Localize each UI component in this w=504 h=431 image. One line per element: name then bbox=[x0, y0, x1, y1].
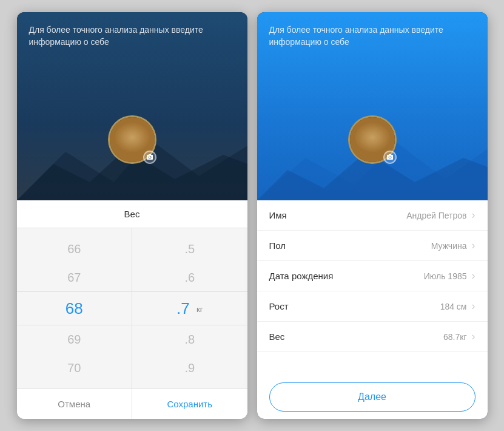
decimal-picker-col[interactable]: .5 .6 .7 кг .8 .9 bbox=[132, 228, 247, 389]
cancel-button[interactable]: Отмена bbox=[17, 389, 133, 419]
camera-badge[interactable] bbox=[143, 151, 156, 164]
gender-label: Пол bbox=[269, 240, 431, 251]
picker-title: Вес bbox=[17, 200, 247, 228]
name-chevron-icon: › bbox=[472, 209, 475, 222]
form-row-gender[interactable]: Пол Мужчина › bbox=[257, 231, 488, 261]
height-chevron-icon: › bbox=[472, 300, 475, 313]
save-button[interactable]: Сохранить bbox=[132, 389, 247, 419]
profile-form: Имя Андрей Петров › Пол Мужчина › Дата р… bbox=[257, 200, 488, 419]
dob-value: Июль 1985 bbox=[424, 271, 467, 281]
picker-dec-0[interactable]: .5 bbox=[132, 235, 247, 263]
weight-label: Вес bbox=[269, 331, 444, 342]
profile-form-sheet: Имя Андрей Петров › Пол Мужчина › Дата р… bbox=[257, 200, 488, 419]
picker-int-selected[interactable]: 68 bbox=[17, 292, 132, 325]
form-row-weight[interactable]: Вес 68.7кг › bbox=[257, 322, 488, 352]
picker-dec-4[interactable]: .9 bbox=[132, 354, 247, 382]
left-header: Для более точного анализа данных введите… bbox=[17, 12, 247, 200]
height-label: Рост bbox=[269, 301, 440, 311]
main-container: Для более точного анализа данных введите… bbox=[0, 0, 504, 431]
picker-int-4[interactable]: 70 bbox=[17, 354, 132, 382]
dob-label: Дата рождения bbox=[269, 271, 424, 281]
left-header-text: Для более точного анализа данных введите… bbox=[29, 24, 235, 48]
gender-chevron-icon: › bbox=[472, 239, 475, 252]
picker-area[interactable]: 66 67 68 69 70 .5 .6 .7 кг .8 .9 bbox=[17, 228, 247, 389]
left-phone-screen: Для более точного анализа данных введите… bbox=[17, 12, 247, 419]
form-row-name[interactable]: Имя Андрей Петров › bbox=[257, 200, 488, 231]
svg-point-5 bbox=[389, 156, 391, 158]
picker-int-3[interactable]: 69 bbox=[17, 325, 132, 354]
picker-dec-selected[interactable]: .7 кг bbox=[132, 292, 247, 325]
name-label: Имя bbox=[269, 210, 407, 220]
picker-dec-1[interactable]: .6 bbox=[132, 263, 247, 292]
right-phone-screen: Для более точного анализа данных введите… bbox=[257, 12, 488, 419]
gender-value: Мужчина bbox=[431, 241, 467, 251]
integer-picker-col[interactable]: 66 67 68 69 70 bbox=[17, 228, 133, 389]
right-avatar-container[interactable] bbox=[348, 115, 397, 164]
height-value: 184 см bbox=[440, 302, 467, 311]
form-row-height[interactable]: Рост 184 см › bbox=[257, 291, 488, 322]
weight-chevron-icon: › bbox=[472, 330, 475, 343]
picker-buttons: Отмена Сохранить bbox=[17, 389, 247, 419]
picker-int-1[interactable]: 67 bbox=[17, 263, 132, 292]
picker-unit-label: кг bbox=[197, 305, 203, 314]
form-row-dob[interactable]: Дата рождения Июль 1985 › bbox=[257, 261, 488, 291]
picker-dec-3[interactable]: .8 bbox=[132, 325, 247, 354]
svg-point-2 bbox=[149, 156, 151, 158]
name-value: Андрей Петров bbox=[406, 211, 466, 220]
weight-value: 68.7кг bbox=[443, 332, 466, 342]
right-camera-badge[interactable] bbox=[383, 151, 397, 164]
weight-picker-sheet: Вес 66 67 68 69 70 .5 .6 .7 кг bbox=[17, 200, 247, 419]
dob-chevron-icon: › bbox=[472, 270, 475, 282]
right-header-text: Для более точного анализа данных введите… bbox=[269, 24, 475, 48]
picker-int-0[interactable]: 66 bbox=[17, 235, 132, 263]
next-btn-container: Далее bbox=[257, 375, 488, 419]
left-avatar-container[interactable] bbox=[108, 115, 156, 164]
next-button[interactable]: Далее bbox=[269, 382, 475, 412]
right-header: Для более точного анализа данных введите… bbox=[257, 12, 488, 200]
